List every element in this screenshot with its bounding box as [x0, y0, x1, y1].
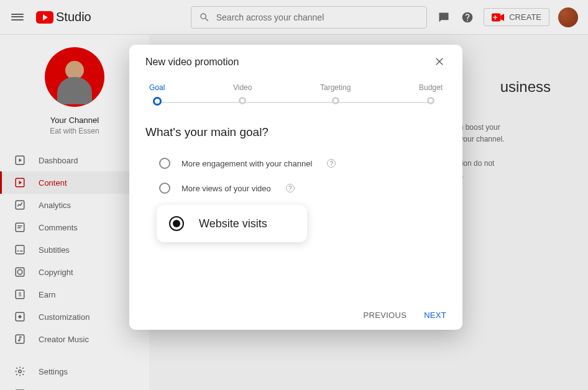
sidebar-item-settings[interactable]: Settings — [0, 360, 149, 383]
option-views[interactable]: More views of your video ? — [157, 178, 446, 199]
sidebar-item-copyright[interactable]: Copyright — [0, 261, 149, 283]
sidebar-item-subtitles[interactable]: Subtitles — [0, 238, 149, 261]
sidebar-item-content[interactable]: Content — [0, 171, 149, 194]
earn-icon: $ — [14, 288, 26, 301]
close-button[interactable] — [434, 56, 446, 68]
sidebar-item-earn[interactable]: $Earn — [0, 283, 149, 306]
bottom-nav: Settings Send Feedback — [0, 355, 149, 390]
sidebar-item-feedback[interactable]: Send Feedback — [0, 383, 149, 390]
svg-marker-1 — [501, 14, 505, 20]
main-nav: Dashboard Content Analytics Comments Sub… — [0, 144, 149, 355]
sidebar-item-dashboard[interactable]: Dashboard — [0, 149, 149, 171]
channel-block[interactable]: Your Channel Eat with Essen — [0, 35, 149, 144]
create-label: CREATE — [509, 12, 541, 22]
svg-rect-11 — [17, 227, 21, 229]
dashboard-icon — [14, 154, 26, 166]
svg-rect-10 — [17, 225, 22, 227]
sidebar-item-creator-music[interactable]: Creator Music — [0, 328, 149, 350]
customization-icon — [14, 311, 26, 323]
step-video[interactable]: Video — [233, 83, 252, 106]
svg-rect-3 — [493, 17, 497, 17]
subtitles-icon — [14, 243, 26, 256]
step-targeting[interactable]: Targeting — [320, 83, 351, 106]
logo-text: Studio — [56, 10, 91, 24]
radio-unchecked-icon — [159, 158, 170, 169]
camera-icon — [492, 13, 504, 22]
help-icon[interactable]: ? — [327, 159, 336, 168]
help-icon[interactable]: ? — [286, 184, 295, 193]
svg-marker-7 — [19, 181, 22, 184]
background-text: can boost your th your channel. notion d… — [451, 122, 563, 181]
channel-avatar — [45, 47, 104, 107]
step-budget[interactable]: Budget — [419, 83, 443, 106]
create-button[interactable]: CREATE — [484, 8, 549, 26]
copyright-icon — [14, 266, 26, 278]
svg-marker-5 — [19, 158, 22, 162]
studio-logo[interactable]: Studio — [36, 10, 91, 24]
gear-icon — [14, 365, 26, 378]
channel-subtitle: Eat with Essen — [50, 127, 99, 135]
goal-question: What's your main goal? — [145, 125, 446, 139]
sidebar-item-customization[interactable]: Customization — [0, 306, 149, 328]
svg-point-22 — [19, 370, 22, 373]
background-heading: usiness — [500, 78, 551, 96]
promotion-modal: New video promotion Goal Video Targeting… — [129, 45, 462, 330]
next-button[interactable]: NEXT — [424, 311, 446, 320]
svg-rect-14 — [20, 251, 23, 252]
feedback-icon — [14, 388, 26, 390]
sidebar-item-comments[interactable]: Comments — [0, 216, 149, 238]
channel-title: Your Channel — [50, 116, 99, 125]
sidebar: Your Channel Eat with Essen Dashboard Co… — [0, 35, 149, 390]
step-goal[interactable]: Goal — [149, 83, 165, 106]
svg-rect-15 — [16, 268, 24, 276]
analytics-icon — [14, 199, 26, 211]
search-box[interactable] — [191, 6, 427, 29]
app-header: Studio CREATE — [0, 0, 588, 35]
previous-button[interactable]: PREVIOUS — [364, 311, 407, 320]
option-website-visits[interactable]: Website visits — [157, 205, 307, 242]
help-icon[interactable] — [460, 10, 475, 25]
comments-icon — [14, 221, 26, 234]
search-icon — [199, 12, 210, 23]
content-icon — [14, 176, 26, 189]
search-input[interactable] — [216, 12, 419, 22]
radio-checked-icon — [169, 216, 184, 231]
close-icon — [434, 56, 445, 67]
radio-unchecked-icon — [159, 183, 170, 194]
svg-rect-12 — [16, 245, 24, 254]
user-avatar[interactable] — [558, 7, 578, 27]
option-engagement[interactable]: More engagement with your channel ? — [157, 153, 446, 174]
svg-rect-13 — [17, 251, 19, 252]
svg-text:$: $ — [19, 292, 22, 297]
notification-icon[interactable] — [436, 10, 451, 25]
modal-title: New video promotion — [145, 57, 239, 68]
youtube-play-icon — [36, 11, 53, 24]
music-icon — [14, 333, 26, 345]
svg-point-16 — [17, 270, 22, 274]
stepper: Goal Video Targeting Budget — [149, 83, 443, 106]
sidebar-item-analytics[interactable]: Analytics — [0, 194, 149, 216]
hamburger-menu-icon[interactable] — [10, 10, 25, 25]
